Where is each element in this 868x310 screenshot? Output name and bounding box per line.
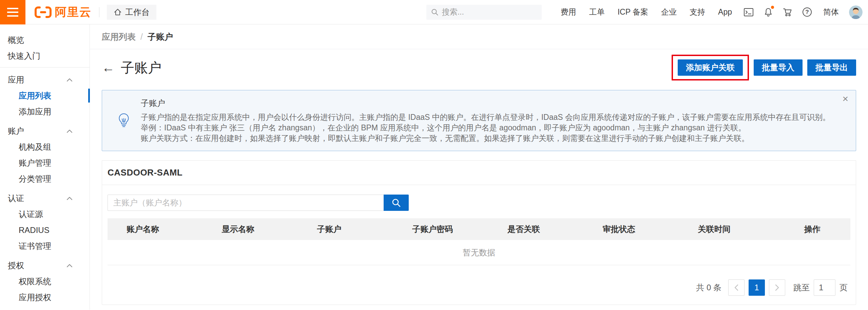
batch-export-button[interactable]: 批量导出 bbox=[807, 59, 856, 76]
account-search bbox=[108, 195, 850, 211]
info-title: 子账户 bbox=[141, 98, 835, 109]
jump-to-label: 跳至 bbox=[793, 282, 810, 293]
page-title: 子账户 bbox=[121, 58, 161, 77]
chevron-left-icon bbox=[734, 284, 739, 291]
back-arrow-icon[interactable]: ← bbox=[102, 61, 115, 74]
column-sub-account-password: 子账户密码 bbox=[393, 224, 488, 235]
lightbulb-icon bbox=[116, 113, 131, 128]
sidebar-item-overview[interactable]: 概览 bbox=[0, 32, 90, 48]
column-display-name: 显示名称 bbox=[203, 224, 298, 235]
sidebar-item-org-group[interactable]: 机构及组 bbox=[0, 139, 90, 155]
sidebar-group-application[interactable]: 应用 bbox=[0, 72, 90, 88]
alibaba-cloud-logo[interactable]: 阿里云 bbox=[34, 4, 92, 20]
close-icon[interactable]: × bbox=[842, 94, 848, 104]
sidebar-divider bbox=[0, 67, 90, 68]
menu-item-app[interactable]: App bbox=[718, 7, 732, 17]
menu-item-icp[interactable]: ICP 备案 bbox=[618, 7, 648, 17]
info-line-1: 子账户指的是在指定应用系统中，用户会以什么身份进行访问。主账户指的是 IDaaS… bbox=[141, 112, 835, 123]
navbar-search-box bbox=[426, 5, 542, 20]
action-buttons: 添加账户关联 批量导入 批量导出 bbox=[672, 55, 856, 80]
page-number-1[interactable]: 1 bbox=[749, 279, 765, 296]
add-account-association-button[interactable]: 添加账户关联 bbox=[678, 59, 743, 76]
help-icon[interactable]: ? bbox=[803, 7, 812, 17]
table-header-row: 账户名称 显示名称 子账户 子账户密码 是否关联 审批状态 关联时间 操作 bbox=[108, 218, 850, 240]
chevron-up-icon bbox=[66, 129, 73, 133]
column-is-associated: 是否关联 bbox=[488, 224, 584, 235]
top-navbar: 阿里云 工作台 费用 工单 ICP 备案 企业 支持 App bbox=[0, 0, 868, 24]
sidebar-item-category-mgmt[interactable]: 分类管理 bbox=[0, 171, 90, 187]
page-unit-label: 页 bbox=[840, 282, 848, 293]
info-banner: 子账户 子账户指的是在指定应用系统中，用户会以什么身份进行访问。主账户指的是 I… bbox=[102, 90, 856, 151]
breadcrumb-current: 子账户 bbox=[148, 31, 173, 42]
info-line-3: 账户关联方式：在应用创建时，如果选择了账户映射，即默认主账户和子账户完全一致，无… bbox=[141, 133, 835, 144]
navbar-menu: 费用 工单 ICP 备案 企业 支持 App bbox=[561, 7, 732, 17]
cart-icon[interactable] bbox=[783, 7, 792, 17]
column-operation: 操作 bbox=[774, 224, 850, 235]
search-icon bbox=[391, 198, 401, 207]
page-header: ← 子账户 添加账户关联 批量导入 批量导出 bbox=[102, 55, 856, 80]
search-icon bbox=[431, 8, 439, 16]
empty-state: 暂无数据 bbox=[108, 240, 850, 265]
sidebar-item-account-mgmt[interactable]: 账户管理 bbox=[0, 155, 90, 171]
sidebar-item-cert-mgmt[interactable]: 证书管理 bbox=[0, 238, 90, 254]
account-search-input[interactable] bbox=[108, 195, 384, 211]
column-account-name: 账户名称 bbox=[108, 224, 203, 235]
notification-dot bbox=[771, 6, 774, 9]
locale-switcher[interactable]: 简体 bbox=[823, 7, 839, 17]
chevron-up-icon bbox=[66, 196, 73, 200]
workbench-button[interactable]: 工作台 bbox=[107, 5, 156, 20]
column-sub-account: 子账户 bbox=[298, 224, 393, 235]
chevron-up-icon bbox=[66, 263, 73, 268]
sidebar-item-quickstart[interactable]: 快速入门 bbox=[0, 48, 90, 64]
column-association-time: 关联时间 bbox=[679, 224, 774, 235]
sidebar-item-perm-system[interactable]: 权限系统 bbox=[0, 273, 90, 289]
sidebar-group-authentication[interactable]: 认证 bbox=[0, 190, 90, 206]
home-icon bbox=[114, 8, 122, 16]
batch-import-button[interactable]: 批量导入 bbox=[754, 59, 803, 76]
info-line-2: 举例：IDaaS 中有主账户 张三（用户名 zhangsan），在企业的 BPM… bbox=[141, 123, 835, 133]
alibaba-cloud-logo-icon bbox=[34, 6, 52, 18]
next-page-button[interactable] bbox=[769, 279, 785, 296]
menu-item-enterprise[interactable]: 企业 bbox=[661, 7, 677, 17]
info-content: 子账户 子账户指的是在指定应用系统中，用户会以什么身份进行访问。主账户指的是 I… bbox=[141, 98, 835, 144]
sidebar-group-account[interactable]: 账户 bbox=[0, 123, 90, 139]
sub-account-card: CASDOOR-SAML 账户名称 显示名称 bbox=[102, 160, 856, 305]
navbar-divider bbox=[99, 7, 99, 17]
annotation-highlight: 添加账户关联 bbox=[672, 55, 749, 80]
main-content: 应用列表 / 子账户 ← 子账户 添加账户关联 批量导入 批量导出 bbox=[90, 24, 868, 310]
sidebar-item-app-grant[interactable]: 应用授权 bbox=[0, 289, 90, 305]
pagination: 共 0 条 1 跳至 页 bbox=[108, 279, 850, 296]
jump-to-page-input[interactable] bbox=[814, 279, 835, 296]
navbar-icons: ? bbox=[744, 7, 812, 17]
sidebar-item-add-app[interactable]: 添加应用 bbox=[0, 104, 90, 120]
column-approval-status: 审批状态 bbox=[584, 224, 679, 235]
sidebar-item-app-list[interactable]: 应用列表 bbox=[0, 88, 90, 104]
card-header: CASDOOR-SAML bbox=[102, 161, 856, 185]
pagination-total: 共 0 条 bbox=[696, 282, 721, 293]
workbench-label: 工作台 bbox=[125, 7, 150, 18]
sidebar: 概览 快速入门 应用 应用列表 添加应用 账户 机构及组 账户管理 bbox=[0, 24, 90, 310]
hamburger-menu-icon[interactable] bbox=[0, 0, 25, 24]
menu-item-billing[interactable]: 费用 bbox=[561, 7, 576, 17]
notification-bell-icon[interactable] bbox=[764, 7, 773, 17]
account-search-button[interactable] bbox=[384, 195, 409, 211]
card-body: 账户名称 显示名称 子账户 子账户密码 是否关联 审批状态 关联时间 操作 暂无… bbox=[102, 185, 856, 296]
menu-item-support[interactable]: 支持 bbox=[690, 7, 705, 17]
logo-text: 阿里云 bbox=[55, 4, 92, 20]
user-avatar[interactable] bbox=[849, 5, 863, 19]
sidebar-item-auth-source[interactable]: 认证源 bbox=[0, 206, 90, 222]
breadcrumb: 应用列表 / 子账户 bbox=[90, 24, 868, 49]
sidebar-group-authorization[interactable]: 授权 bbox=[0, 257, 90, 273]
console-icon[interactable] bbox=[744, 8, 754, 17]
chevron-up-icon bbox=[66, 78, 73, 82]
breadcrumb-separator: / bbox=[140, 32, 143, 42]
breadcrumb-app-list[interactable]: 应用列表 bbox=[102, 31, 136, 42]
application-name: CASDOOR-SAML bbox=[108, 167, 182, 178]
navbar-search-input[interactable] bbox=[442, 7, 530, 17]
chevron-right-icon bbox=[775, 284, 779, 291]
menu-item-tickets[interactable]: 工单 bbox=[589, 7, 605, 17]
prev-page-button[interactable] bbox=[728, 279, 745, 296]
sidebar-item-radius[interactable]: RADIUS bbox=[0, 222, 90, 238]
